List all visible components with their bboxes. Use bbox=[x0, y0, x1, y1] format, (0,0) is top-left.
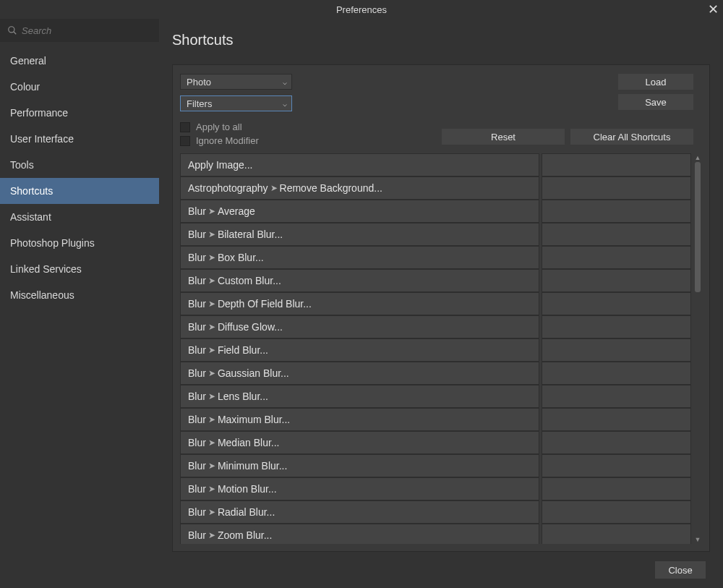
load-button[interactable]: Load bbox=[618, 74, 693, 90]
shortcut-name-cell[interactable]: Blur➤Zoom Blur... bbox=[180, 524, 539, 544]
sidebar-item-label: Assistant bbox=[10, 211, 51, 223]
shortcut-input[interactable] bbox=[542, 246, 691, 269]
shortcut-path: Blur bbox=[188, 205, 206, 217]
shortcut-name-cell[interactable]: Blur➤Maximum Blur... bbox=[180, 408, 539, 431]
shortcut-input[interactable] bbox=[542, 454, 691, 477]
shortcut-input[interactable] bbox=[542, 524, 691, 544]
shortcut-name: Depth Of Field Blur... bbox=[218, 298, 312, 310]
shortcut-row: Blur➤Diffuse Glow... bbox=[180, 315, 691, 338]
shortcut-row: Apply Image... bbox=[180, 153, 691, 176]
shortcut-name-cell[interactable]: Blur➤Gaussian Blur... bbox=[180, 362, 539, 385]
shortcut-input[interactable] bbox=[542, 431, 691, 454]
shortcut-name-cell[interactable]: Blur➤Motion Blur... bbox=[180, 477, 539, 500]
shortcut-path: Astrophotography bbox=[188, 182, 268, 194]
shortcut-input[interactable] bbox=[542, 500, 691, 524]
shortcuts-content: Photo ⌵ Filters ⌵ Load Save bbox=[172, 64, 710, 552]
sidebar-item-tools[interactable]: Tools bbox=[0, 152, 159, 178]
shortcut-row: Blur➤Depth Of Field Blur... bbox=[180, 292, 691, 315]
shortcut-name-cell[interactable]: Astrophotography➤Remove Background... bbox=[180, 176, 539, 200]
shortcut-path: Blur bbox=[188, 252, 206, 263]
scrollbar-track[interactable] bbox=[693, 162, 702, 535]
shortcut-name-cell[interactable]: Blur➤Box Blur... bbox=[180, 246, 539, 269]
shortcut-input[interactable] bbox=[542, 362, 691, 385]
sidebar-item-user-interface[interactable]: User Interface bbox=[0, 126, 159, 152]
search-input[interactable] bbox=[22, 25, 152, 36]
sidebar-item-assistant[interactable]: Assistant bbox=[0, 204, 159, 230]
sidebar-item-label: Performance bbox=[10, 107, 68, 119]
sidebar-item-photoshop-plugins[interactable]: Photoshop Plugins bbox=[0, 230, 159, 256]
sidebar-item-colour[interactable]: Colour bbox=[0, 74, 159, 100]
shortcut-name: Average bbox=[218, 205, 255, 217]
shortcut-name-cell[interactable]: Blur➤Average bbox=[180, 200, 539, 223]
sidebar-item-shortcuts[interactable]: Shortcuts bbox=[0, 178, 159, 204]
shortcut-path: Blur bbox=[188, 229, 206, 240]
save-button[interactable]: Save bbox=[618, 94, 693, 110]
shortcut-input[interactable] bbox=[542, 269, 691, 292]
arrow-icon: ➤ bbox=[208, 345, 215, 355]
shortcut-path: Blur bbox=[188, 275, 206, 286]
shortcut-name: Field Blur... bbox=[218, 344, 268, 356]
shortcut-input[interactable] bbox=[542, 408, 691, 431]
shortcut-name-cell[interactable]: Blur➤Minimum Blur... bbox=[180, 454, 539, 477]
shortcut-name: Zoom Blur... bbox=[218, 529, 272, 541]
shortcut-name-cell[interactable]: Blur➤Bilateral Blur... bbox=[180, 223, 539, 246]
category-select-label: Filters bbox=[187, 98, 212, 109]
arrow-icon: ➤ bbox=[208, 391, 215, 401]
footer: Close bbox=[0, 552, 723, 588]
close-button[interactable]: Close bbox=[655, 561, 706, 579]
shortcut-input[interactable] bbox=[542, 385, 691, 408]
shortcut-name-cell[interactable]: Blur➤Radial Blur... bbox=[180, 500, 539, 524]
shortcut-input[interactable] bbox=[542, 477, 691, 500]
clear-all-button[interactable]: Clear All Shortcuts bbox=[570, 129, 693, 145]
scrollbar: ▲ ▼ bbox=[693, 153, 702, 544]
shortcut-name-cell[interactable]: Blur➤Diffuse Glow... bbox=[180, 315, 539, 338]
shortcut-row: Astrophotography➤Remove Background... bbox=[180, 176, 691, 200]
shortcut-name-cell[interactable]: Blur➤Custom Blur... bbox=[180, 269, 539, 292]
sidebar-item-linked-services[interactable]: Linked Services bbox=[0, 256, 159, 282]
sidebar-item-general[interactable]: General bbox=[0, 48, 159, 74]
shortcut-input[interactable] bbox=[542, 153, 691, 176]
shortcut-input[interactable] bbox=[542, 338, 691, 362]
category-select[interactable]: Filters ⌵ bbox=[180, 95, 292, 111]
reset-button[interactable]: Reset bbox=[442, 129, 565, 145]
svg-line-1 bbox=[14, 32, 17, 35]
window-title: Preferences bbox=[336, 4, 387, 15]
scrollbar-up-button[interactable]: ▲ bbox=[693, 153, 702, 162]
shortcut-input[interactable] bbox=[542, 223, 691, 246]
shortcut-name: Bilateral Blur... bbox=[218, 229, 283, 240]
shortcut-path: Blur bbox=[188, 298, 206, 310]
shortcut-row: Blur➤Lens Blur... bbox=[180, 385, 691, 408]
shortcut-name: Radial Blur... bbox=[218, 506, 275, 518]
shortcut-path: Blur bbox=[188, 483, 206, 495]
shortcut-row: Blur➤Custom Blur... bbox=[180, 269, 691, 292]
chevron-down-icon: ⌵ bbox=[283, 78, 287, 86]
shortcut-row: Blur➤Minimum Blur... bbox=[180, 454, 691, 477]
shortcut-input[interactable] bbox=[542, 292, 691, 315]
close-icon[interactable]: ✕ bbox=[708, 3, 719, 16]
shortcut-path: Blur bbox=[188, 391, 206, 402]
persona-select[interactable]: Photo ⌵ bbox=[180, 74, 292, 90]
sidebar-item-performance[interactable]: Performance bbox=[0, 100, 159, 126]
shortcut-name: Box Blur... bbox=[218, 252, 264, 263]
scrollbar-down-button[interactable]: ▼ bbox=[693, 535, 702, 544]
sidebar-list: GeneralColourPerformanceUser InterfaceTo… bbox=[0, 42, 159, 308]
sidebar-item-label: Shortcuts bbox=[10, 185, 53, 197]
shortcut-name-cell[interactable]: Blur➤Field Blur... bbox=[180, 338, 539, 362]
shortcut-name-cell[interactable]: Blur➤Lens Blur... bbox=[180, 385, 539, 408]
shortcut-input[interactable] bbox=[542, 315, 691, 338]
scrollbar-thumb[interactable] bbox=[695, 162, 701, 292]
shortcut-input[interactable] bbox=[542, 200, 691, 223]
sidebar-item-miscellaneous[interactable]: Miscellaneous bbox=[0, 282, 159, 308]
sidebar-item-label: Miscellaneous bbox=[10, 289, 74, 301]
arrow-icon: ➤ bbox=[208, 206, 215, 216]
page-title: Shortcuts bbox=[172, 32, 710, 48]
shortcut-name-cell[interactable]: Blur➤Median Blur... bbox=[180, 431, 539, 454]
shortcut-name: Motion Blur... bbox=[218, 483, 277, 495]
shortcut-name-cell[interactable]: Blur➤Depth Of Field Blur... bbox=[180, 292, 539, 315]
svg-point-0 bbox=[9, 27, 14, 33]
shortcut-name-cell[interactable]: Apply Image... bbox=[180, 153, 539, 176]
shortcut-path: Blur bbox=[188, 506, 206, 518]
shortcut-input[interactable] bbox=[542, 176, 691, 200]
sidebar-item-label: Tools bbox=[10, 159, 34, 171]
arrow-icon: ➤ bbox=[208, 530, 215, 540]
